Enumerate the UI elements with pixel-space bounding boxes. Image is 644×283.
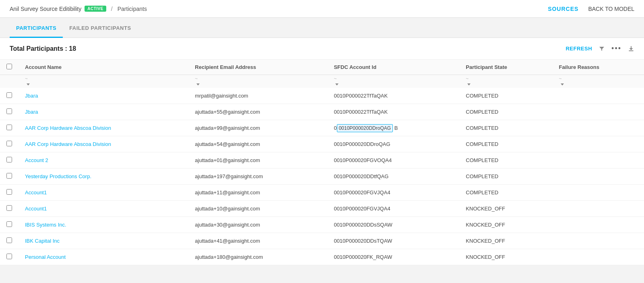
col-header-account-name: Account Name [19,60,188,75]
sfdc-id-cell: 0010P000022TfTaQAK [327,88,459,104]
sort-caret-email [196,83,200,85]
active-badge: ACTIVE [85,6,106,12]
table-row: Personal Accountajuttada+180@gainsight.c… [0,249,644,265]
email-cell: ajuttada+197@gainsight.com [188,169,327,185]
email-cell: ajuttada+01@gainsight.com [188,152,327,169]
account-name-link[interactable]: Yesterday Productions Corp. [25,173,91,179]
highlighted-sfdc-id: 0010P000020DDroQAG [337,124,393,132]
breadcrumb-current: Participants [118,6,147,12]
participant-state-cell: KNOCKED_OFF [459,201,552,217]
table-row: AAR Corp Hardware Abscoa Divisionajuttad… [0,136,644,152]
tab-participants[interactable]: PARTICIPANTS [10,19,63,38]
row-checkbox[interactable] [6,125,12,130]
table-row: Yesterday Productions Corp.ajuttada+197@… [0,169,644,185]
col-header-email: Recipient Email Address [188,60,327,75]
sort-caret-state [467,83,471,85]
account-name-link[interactable]: IBIS Systems Inc. [25,222,66,228]
failure-reasons-cell [553,217,644,233]
failure-reasons-cell [553,201,644,217]
failure-reasons-cell [553,169,644,185]
breadcrumb: Anil Survey Source Editibility ACTIVE / … [10,6,147,12]
sort-caret-account [27,83,30,85]
table-container: Account Name Recipient Email Address SFD… [0,60,644,265]
tab-failed-participants[interactable]: FAILED PARTICIPANTS [63,19,137,38]
filter-tilde-row: ~ ~ ~ ~ ~ [0,75,644,88]
top-bar: Anil Survey Source Editibility ACTIVE / … [0,0,644,18]
participant-state-cell: COMPLETED [459,104,552,120]
failure-reasons-cell [553,185,644,201]
participants-table: Account Name Recipient Email Address SFD… [0,60,644,265]
row-checkbox[interactable] [6,189,12,195]
back-to-model-link[interactable]: BACK TO MODEL [588,6,634,12]
filter-button[interactable] [599,46,605,52]
participant-state-cell: KNOCKED_OFF [459,217,552,233]
download-icon [628,46,634,52]
main-content: Total Participants : 18 REFRESH ••• [0,38,644,265]
participant-state-cell: KNOCKED_OFF [459,249,552,265]
account-name-link[interactable]: AAR Corp Hardware Abscoa Division [25,125,111,131]
email-cell: mrpatil@gainsight.com [188,88,327,104]
failure-reasons-cell [553,104,644,120]
more-options-button[interactable]: ••• [611,44,621,53]
email-cell: ajuttada+55@gainsight.com [188,104,327,120]
email-cell: ajuttada+180@gainsight.com [188,249,327,265]
row-checkbox[interactable] [6,237,12,243]
account-name-link[interactable]: Jbara [25,109,38,115]
participant-state-cell: COMPLETED [459,185,552,201]
sfdc-id-cell: 0010P000020DDtfQAG [327,169,459,185]
failure-reasons-cell [553,249,644,265]
model-name: Anil Survey Source Editibility [10,6,81,12]
account-name-link[interactable]: AAR Corp Hardware Abscoa Division [25,141,111,147]
participant-state-cell: COMPLETED [459,169,552,185]
sources-link[interactable]: SOURCES [548,6,578,12]
failure-reasons-cell [553,88,644,104]
account-name-link[interactable]: Account1 [25,189,47,196]
table-row: IBK Capital Incajuttada+41@gainsight.com… [0,233,644,249]
toolbar-actions: REFRESH ••• [566,44,634,53]
row-checkbox[interactable] [6,141,12,146]
email-cell: ajuttada+10@gainsight.com [188,201,327,217]
col-header-checkbox [0,60,19,75]
sfdc-id-cell: 0010P000022TfTaQAK [327,104,459,120]
sfdc-id-cell: 0010P000020DDroQAG [327,136,459,152]
row-checkbox[interactable] [6,157,12,162]
filter-icon [599,46,605,52]
row-checkbox[interactable] [6,221,12,227]
participant-state-cell: KNOCKED_OFF [459,233,552,249]
table-row: Account1ajuttada+11@gainsight.com0010P00… [0,185,644,201]
participant-state-cell: COMPLETED [459,136,552,152]
row-checkbox[interactable] [6,254,12,259]
sfdc-id-cell: 0010P000020FGVJQA4 [327,201,459,217]
sort-caret-failure [561,83,564,85]
download-button[interactable] [628,46,634,52]
sfdc-id-cell: 00010P000020DDroQAG B [327,120,459,136]
sfdc-id-cell: 0010P000020DDsTQAW [327,233,459,249]
row-checkbox[interactable] [6,108,12,114]
toolbar-row: Total Participants : 18 REFRESH ••• [0,38,644,60]
account-name-link[interactable]: Account1 [25,206,47,212]
table-row: Jbaramrpatil@gainsight.com0010P000022TfT… [0,88,644,104]
total-participants-label: Total Participants : 18 [10,45,76,52]
sfdc-id-cell: 0010P000020DDsSQAW [327,217,459,233]
select-all-checkbox[interactable] [6,64,12,69]
refresh-button[interactable]: REFRESH [566,46,592,52]
top-bar-actions: SOURCES BACK TO MODEL [548,6,634,12]
failure-reasons-cell [553,136,644,152]
account-name-link[interactable]: IBK Capital Inc [25,238,60,244]
table-row: Account 2ajuttada+01@gainsight.com0010P0… [0,152,644,169]
sfdc-id-cell: 0010P000020FGVOQA4 [327,152,459,169]
account-name-link[interactable]: Jbara [25,93,38,99]
account-name-link[interactable]: Account 2 [25,157,48,163]
sfdc-id-cell: 0010P000020FK_RQAW [327,249,459,265]
sfdc-id-cell: 0010P000020FGVJQA4 [327,185,459,201]
row-checkbox[interactable] [6,173,12,179]
failure-reasons-cell [553,233,644,249]
col-header-failure: Failure Reasons [553,60,644,75]
email-cell: ajuttada+54@gainsight.com [188,136,327,152]
row-checkbox[interactable] [6,205,12,211]
table-row: AAR Corp Hardware Abscoa Divisionajuttad… [0,120,644,136]
failure-reasons-cell [553,152,644,169]
account-name-link[interactable]: Personal Account [25,254,66,260]
row-checkbox[interactable] [6,92,12,98]
failure-reasons-cell [553,120,644,136]
